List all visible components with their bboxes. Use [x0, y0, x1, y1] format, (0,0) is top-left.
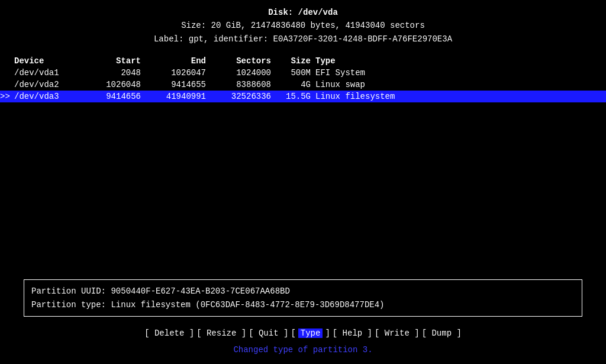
delete-button[interactable]: [ Delete ] [144, 328, 194, 338]
disk-header: Disk: /dev/vda Size: 20 GiB, 21474836480… [0, 6, 606, 46]
col-header-end: End [150, 56, 215, 66]
sectors-vda3: 32526336 [215, 92, 281, 101]
quit-button[interactable]: [ Quit ] [249, 328, 288, 338]
disk-label-line: Label: gpt, identifier: E0A3720F-3201-42… [0, 33, 606, 46]
disk-title: Disk: /dev/vda [0, 6, 606, 19]
start-vda2: 1026048 [85, 80, 150, 89]
partition-type-line: Partition type: Linux filesystem (0FC63D… [31, 298, 575, 311]
col-header-start: Start [85, 56, 150, 66]
write-button[interactable]: [ Write ] [375, 328, 420, 338]
row-indicator-vda2 [0, 80, 14, 89]
type-vda1: EFI System [313, 68, 592, 78]
end-vda1: 1026047 [150, 68, 215, 78]
status-bar: Changed type of partition 3. [0, 345, 606, 355]
info-box: Partition UUID: 9050440F-E627-43EA-B203-… [24, 279, 582, 317]
dump-button[interactable]: [ Dump ] [422, 328, 462, 338]
device-vda1: /dev/vda1 [14, 68, 85, 78]
device-vda2: /dev/vda2 [14, 80, 85, 89]
row-indicator-vda3: >> [0, 92, 14, 101]
resize-button[interactable]: [ Resize ] [196, 328, 246, 338]
help-button[interactable]: [ Help ] [333, 328, 372, 338]
col-header-sectors: Sectors [215, 56, 281, 66]
sectors-vda1: 1024000 [215, 68, 281, 78]
sectors-vda2: 8388608 [215, 80, 281, 89]
size-vda1: 500M [281, 68, 313, 78]
button-bar: [ Delete ] [ Resize ] [ Quit ] [Type] [ … [0, 328, 606, 338]
type-button[interactable]: Type [298, 328, 323, 338]
partition-row-vda3[interactable]: >> /dev/vda3 9414656 41940991 32526336 1… [0, 91, 606, 102]
size-vda2: 4G [281, 80, 313, 89]
partition-uuid-line: Partition UUID: 9050440F-E627-43EA-B203-… [31, 285, 575, 298]
device-vda3: /dev/vda3 [14, 92, 85, 101]
end-vda2: 9414655 [150, 80, 215, 89]
disk-size-line: Size: 20 GiB, 21474836480 bytes, 4194304… [0, 19, 606, 32]
partition-row-vda2[interactable]: /dev/vda2 1026048 9414655 8388608 4G Lin… [0, 79, 606, 91]
col-header-size: Size [281, 56, 313, 66]
start-vda3: 9414656 [85, 92, 150, 101]
screen: Disk: /dev/vda Size: 20 GiB, 21474836480… [0, 0, 606, 364]
size-vda3: 15.5G [281, 92, 313, 101]
col-header-type: Type [313, 56, 592, 66]
status-message: Changed type of partition 3. [233, 345, 372, 355]
type-vda2: Linux swap [313, 80, 592, 89]
row-indicator-vda1 [0, 68, 14, 78]
col-header-device: Device [14, 56, 85, 66]
table-header: Device Start End Sectors Size Type [0, 55, 606, 67]
start-vda1: 2048 [85, 68, 150, 78]
partition-row-vda1[interactable]: /dev/vda1 2048 1026047 1024000 500M EFI … [0, 67, 606, 79]
type-vda3: Linux filesystem [313, 92, 592, 101]
end-vda3: 41940991 [150, 92, 215, 101]
